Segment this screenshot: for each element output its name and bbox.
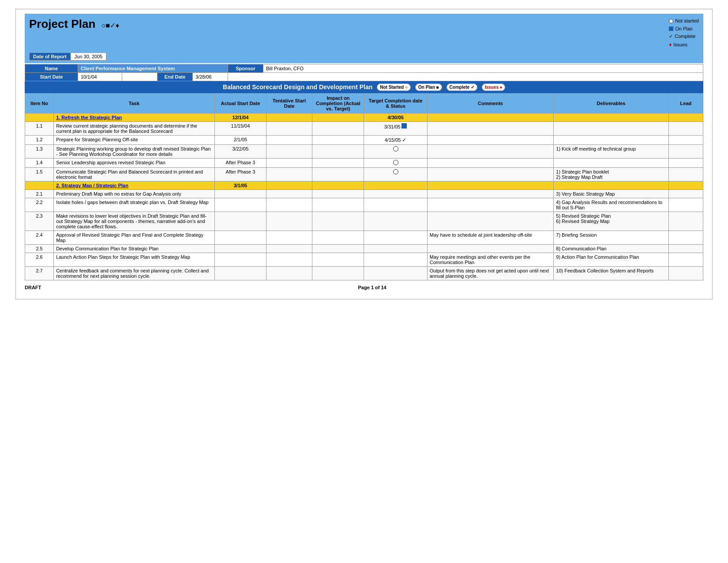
row-target (364, 212, 427, 230)
row-comments: May have to schedule at joint leadership… (427, 230, 554, 244)
status-icon-check: ✓ (402, 137, 406, 143)
row-tentative (266, 121, 312, 135)
th-tentative-start: Tentative Start Date (266, 93, 312, 113)
page-container: Project Plan ○■✓♦ Not started On Plan ✓ … (15, 9, 713, 299)
row-deliverables: 10) Feedback Collection System and Repor… (554, 266, 669, 280)
row-deliverables: 9) Action Plan for Communication Plan (554, 253, 669, 266)
row-comments (427, 121, 554, 135)
row-lead (668, 167, 703, 181)
sponsor-label: Sponsor (228, 64, 263, 72)
th-deliverables: Deliverables (554, 93, 669, 113)
name-label: Name (25, 64, 78, 72)
row-comments (427, 158, 554, 167)
row-deliverables (554, 158, 669, 167)
section-header-row: 2. Strategy Map / Strategic Plan 3/1/05 (25, 181, 703, 189)
row-item-no: 2.4 (25, 230, 54, 244)
table-row: 2.3 Make revisions to lower level object… (25, 212, 703, 230)
row-item-no: 1.4 (25, 158, 54, 167)
footer: DRAFT Page 1 of 14 (25, 285, 703, 290)
row-tentative (266, 158, 312, 167)
row-comments: Output from this step does not get acted… (427, 266, 554, 280)
table-row: 1.2 Prepare for Strategic Planning Off-s… (25, 135, 703, 144)
row-target (364, 144, 427, 158)
row-deliverables: 8) Communication Plan (554, 244, 669, 253)
row-task: Prepare for Strategic Planning Off-site (54, 135, 215, 144)
sponsor-value: Bill Praxton, CFO (263, 64, 703, 72)
row-actual-start: After Phase 3 (214, 158, 266, 167)
legend: Not started On Plan ✓ Complete ♦ Issues (669, 17, 699, 49)
section-actual-start: 3/1/05 (214, 181, 266, 189)
section-deliverables (554, 113, 669, 121)
date-report-row: Date of Report Jun 30, 2005 (25, 51, 703, 63)
row-actual-start: 11/15/04 (214, 121, 266, 135)
project-name-row: Name Client Performance Management Syste… (25, 64, 703, 72)
on-plan-icon (669, 26, 673, 31)
row-deliverables: 1) Strategic Plan booklet2) Strategy Map… (554, 167, 669, 181)
pill-issues: Issues ♦ (482, 83, 505, 91)
row-lead (668, 244, 703, 253)
row-tentative (266, 253, 312, 266)
row-tentative (266, 230, 312, 244)
row-impact (312, 121, 364, 135)
section-lead (668, 113, 703, 121)
row-task: Approval of Revised Strategic Plan and F… (54, 230, 215, 244)
section-title-bar: Balanced Scorecard Design and Developmen… (25, 81, 703, 93)
start-value: 10/1/04 (78, 72, 122, 81)
row-task: Senior Leadership approves revised Strat… (54, 158, 215, 167)
row-target (364, 253, 427, 266)
status-icon-circle (393, 146, 398, 151)
row-actual-start: After Phase 3 (214, 167, 266, 181)
row-tentative (266, 266, 312, 280)
th-comments: Comments (427, 93, 554, 113)
row-item-no: 1.3 (25, 144, 54, 158)
row-task: Isolate holes / gaps between draft strat… (54, 198, 215, 212)
end-label: End Date (158, 72, 193, 81)
section-impact (312, 113, 364, 121)
row-lead (668, 198, 703, 212)
row-lead (668, 158, 703, 167)
section-task: 2. Strategy Map / Strategic Plan (54, 181, 215, 189)
title-icons: ○■✓♦ (99, 22, 119, 29)
status-icon-circle (393, 160, 398, 165)
table-header-row: Item No Task Actual Start Date Tentative… (25, 93, 703, 113)
row-impact (312, 230, 364, 244)
row-impact (312, 212, 364, 230)
row-tentative (266, 167, 312, 181)
row-item-no: 2.3 (25, 212, 54, 230)
project-dates-row: Start Date 10/1/04 End Date 3/28/06 (25, 72, 703, 81)
row-target (364, 244, 427, 253)
row-tentative (266, 135, 312, 144)
row-item-no: 1.2 (25, 135, 54, 144)
th-lead: Lead (668, 93, 703, 113)
row-lead (668, 253, 703, 266)
page-title: Project Plan (29, 17, 95, 30)
row-target: 4/15/05 ✓ (364, 135, 427, 144)
row-comments (427, 244, 554, 253)
row-deliverables: 3) Very Basic Strategy Map (554, 189, 669, 198)
row-actual-start (214, 230, 266, 244)
section-comments (427, 181, 554, 189)
th-item-no: Item No (25, 93, 54, 113)
row-tentative (266, 189, 312, 198)
row-task: Centralize feedback and comments for nex… (54, 266, 215, 280)
row-actual-start: 2/1/05 (214, 135, 266, 144)
section-item-no (25, 113, 54, 121)
row-comments (427, 167, 554, 181)
project-info-table: Name Client Performance Management Syste… (25, 64, 703, 81)
section-item-no (25, 181, 54, 189)
row-task: Develop Communication Plan for Strategic… (54, 244, 215, 253)
row-tentative (266, 212, 312, 230)
table-row: 2.6 Launch Action Plan Steps for Strateg… (25, 253, 703, 266)
section-tentative (266, 181, 312, 189)
row-task: Strategic Planning working group to deve… (54, 144, 215, 158)
status-icon-circle (393, 169, 398, 174)
row-deliverables (554, 121, 669, 135)
row-target (364, 198, 427, 212)
row-comments: May require meetings and other events pe… (427, 253, 554, 266)
row-deliverables: 7) Briefing Session (554, 230, 669, 244)
row-lead (668, 230, 703, 244)
row-task: Review current strategic planning docume… (54, 121, 215, 135)
row-tentative (266, 144, 312, 158)
row-lead (668, 144, 703, 158)
row-item-no: 2.1 (25, 189, 54, 198)
